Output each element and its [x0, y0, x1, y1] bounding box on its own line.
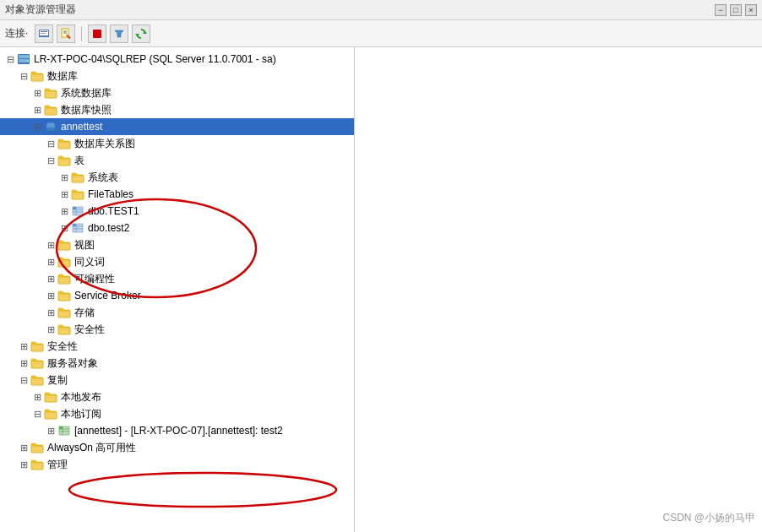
- tree-item-management[interactable]: 管理: [0, 456, 354, 473]
- tree-item-local-sub[interactable]: 本地订阅: [0, 405, 354, 422]
- svg-rect-25: [72, 193, 84, 199]
- filter-button[interactable]: [110, 24, 128, 43]
- expand-icon-databases[interactable]: [17, 69, 30, 83]
- tree-item-storage[interactable]: 存储: [0, 304, 354, 321]
- expand-icon-snapshots[interactable]: [30, 103, 44, 117]
- tree-item-snapshots[interactable]: 数据库快照: [0, 101, 354, 118]
- folder-icon: [30, 373, 44, 387]
- tree-item-security[interactable]: 安全性: [0, 338, 354, 355]
- item-label-filetables: FileTables: [88, 188, 133, 200]
- stop-button[interactable]: [88, 24, 106, 43]
- object-explorer[interactable]: LR-XT-POC-04\SQLREP (SQL Server 11.0.700…: [0, 47, 355, 532]
- server-icon: [17, 52, 30, 66]
- svg-rect-42: [31, 345, 43, 351]
- item-label-annettest: annettest: [61, 121, 102, 133]
- expand-icon-programmability[interactable]: [44, 272, 57, 285]
- folder-icon: [30, 356, 44, 370]
- item-label-databases: 数据库: [47, 69, 78, 84]
- folder-icon: [57, 306, 71, 319]
- folder-icon: [57, 255, 71, 269]
- expand-icon-management[interactable]: [17, 458, 30, 471]
- item-label-snapshots: 数据库快照: [61, 103, 112, 117]
- tree-item-views[interactable]: 视图: [0, 236, 354, 253]
- expand-icon-security[interactable]: [17, 339, 30, 353]
- expand-icon-diagrams[interactable]: [44, 137, 57, 150]
- expand-icon-server[interactable]: [3, 52, 17, 66]
- tree-item-repl-item[interactable]: [annettest] - [LR-XT-POC-07].[annettest]…: [0, 422, 354, 439]
- main-area: LR-XT-POC-04\SQLREP (SQL Server 11.0.700…: [0, 47, 762, 532]
- svg-rect-17: [31, 74, 43, 81]
- expand-icon-server-objects[interactable]: [17, 356, 30, 370]
- expand-icon-service-broker[interactable]: [44, 289, 57, 302]
- expand-icon-dbo-test2[interactable]: [57, 221, 71, 235]
- item-label-replication: 复制: [47, 373, 68, 388]
- expand-icon-sys-tables[interactable]: [57, 171, 71, 184]
- tree-item-synonyms[interactable]: 同义词: [0, 253, 354, 270]
- expand-icon-tables[interactable]: [44, 154, 57, 167]
- connect-label: 连接·: [5, 26, 28, 41]
- tree-item-filetables[interactable]: FileTables: [0, 186, 354, 203]
- svg-rect-38: [58, 277, 70, 284]
- svg-rect-24: [72, 176, 84, 182]
- svg-rect-22: [58, 142, 70, 149]
- item-label-security: 安全性: [47, 339, 78, 354]
- expand-icon-alwayson[interactable]: [17, 441, 30, 454]
- tree-item-service-broker[interactable]: Service Broker: [0, 287, 354, 304]
- item-label-storage: 存储: [74, 306, 95, 320]
- tree-item-replication[interactable]: 复制: [0, 372, 354, 388]
- tree-item-system-db[interactable]: 系统数据库: [0, 84, 354, 101]
- expand-icon-replication[interactable]: [17, 373, 30, 387]
- item-label-sys-tables: 系统表: [88, 171, 118, 185]
- expand-icon-dbo-test1[interactable]: [57, 204, 71, 218]
- item-label-tables: 表: [74, 154, 84, 168]
- svg-rect-51: [59, 426, 63, 429]
- svg-rect-36: [58, 243, 70, 250]
- item-label-management: 管理: [47, 458, 68, 472]
- folder-icon: [44, 86, 57, 100]
- tree-item-local-pub[interactable]: 本地发布: [0, 388, 354, 405]
- tree-item-dbo-test1[interactable]: dbo.TEST1: [0, 203, 354, 220]
- svg-point-21: [46, 128, 55, 131]
- item-label-diagrams: 数据库关系图: [74, 137, 135, 151]
- toolbar: 连接·: [0, 20, 762, 47]
- item-label-views: 视图: [74, 238, 95, 252]
- tree-item-sys-tables[interactable]: 系统表: [0, 169, 354, 186]
- folder-icon: [71, 187, 84, 201]
- database-icon: [44, 120, 57, 133]
- close-button[interactable]: ×: [745, 4, 757, 16]
- expand-icon-system-db[interactable]: [30, 86, 44, 100]
- minimize-button[interactable]: −: [715, 4, 727, 16]
- tree-item-server-objects[interactable]: 服务器对象: [0, 355, 354, 372]
- folder-icon: [44, 407, 57, 421]
- expand-icon-repl-item[interactable]: [44, 424, 57, 437]
- connect-button[interactable]: [35, 24, 53, 43]
- tree-item-dbo-test2[interactable]: dbo.test2: [0, 220, 354, 236]
- expand-icon-annettest[interactable]: [30, 120, 44, 133]
- folder-icon: [44, 103, 57, 117]
- window-title: 对象资源管理器: [5, 3, 76, 17]
- item-label-dbo-test1: dbo.TEST1: [88, 205, 139, 217]
- tree-item-alwayson[interactable]: AlwaysOn 高可用性: [0, 439, 354, 456]
- expand-icon-local-sub[interactable]: [30, 407, 44, 421]
- item-label-service-broker: Service Broker: [74, 290, 141, 301]
- svg-rect-40: [58, 311, 70, 318]
- expand-icon-storage[interactable]: [44, 306, 57, 319]
- tree-item-diagrams[interactable]: 数据库关系图: [0, 135, 354, 152]
- tree-item-tables[interactable]: 表: [0, 152, 354, 169]
- tree-item-programmability[interactable]: 可编程性: [0, 270, 354, 287]
- refresh-button[interactable]: [132, 24, 150, 43]
- tree-item-security-db[interactable]: 安全性: [0, 321, 354, 338]
- svg-rect-41: [58, 328, 70, 334]
- restore-button[interactable]: □: [730, 4, 742, 16]
- expand-icon-security-db[interactable]: [44, 323, 57, 336]
- item-label-system-db: 系统数据库: [61, 86, 112, 100]
- tree-item-server[interactable]: LR-XT-POC-04\SQLREP (SQL Server 11.0.700…: [0, 51, 354, 68]
- tree-item-databases[interactable]: 数据库: [0, 68, 354, 84]
- expand-icon-synonyms[interactable]: [44, 255, 57, 269]
- new-query-button[interactable]: [57, 24, 75, 43]
- expand-icon-filetables[interactable]: [57, 187, 71, 201]
- expand-icon-views[interactable]: [44, 238, 57, 252]
- expand-icon-local-pub[interactable]: [30, 390, 44, 404]
- title-bar-buttons: − □ ×: [715, 4, 757, 16]
- tree-item-annettest[interactable]: annettest: [0, 118, 354, 135]
